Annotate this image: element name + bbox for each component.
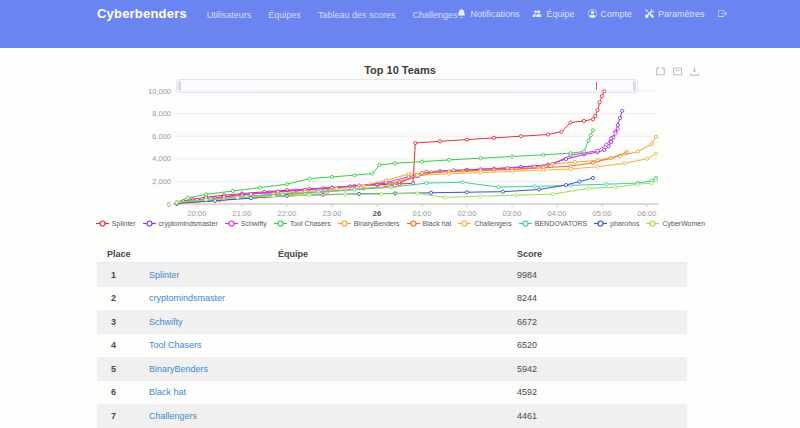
- brand-link[interactable]: Cyberbenders: [97, 6, 187, 21]
- legend-item-challengers[interactable]: Challengers: [457, 219, 511, 228]
- svg-text:05:00: 05:00: [593, 209, 612, 218]
- table-row: 7Challengers4461: [97, 404, 687, 428]
- nav-item-label: Notifications: [470, 9, 519, 19]
- svg-text:23:00: 23:00: [323, 209, 342, 218]
- nav-link-tableau-des-scores[interactable]: Tableau des scores: [318, 10, 396, 20]
- svg-text:6,000: 6,000: [152, 132, 171, 141]
- team-link-binarybenders[interactable]: BinaryBenders: [149, 364, 208, 374]
- logout-icon: [718, 9, 727, 18]
- svg-text:26: 26: [373, 209, 381, 218]
- series-cryptomindsmaster: [175, 109, 624, 205]
- svg-text:8,000: 8,000: [152, 109, 171, 118]
- legend-item-pharohos[interactable]: pharohos: [593, 219, 639, 228]
- toolbox-restore-icon[interactable]: [672, 66, 683, 77]
- cell-team: Tool Chasers: [147, 334, 439, 358]
- nav-item-equipe[interactable]: Équipe: [532, 9, 574, 19]
- nav-link-utilisateurs[interactable]: Utilisateurs: [207, 10, 252, 20]
- legend-label: Schwifty: [241, 220, 267, 227]
- table-row: 5BinaryBenders5942: [97, 357, 687, 381]
- legend-marker-icon: [593, 219, 608, 228]
- legend-label: Tool Chasers: [290, 220, 331, 227]
- legend-label: BinaryBenders: [354, 220, 400, 227]
- legend-label: Splinter: [112, 220, 136, 227]
- nav-link-equipes[interactable]: Équipes: [268, 10, 301, 20]
- legend-item-bendovators[interactable]: BENDOVATORS: [518, 219, 588, 228]
- svg-text:22:00: 22:00: [278, 209, 297, 218]
- cell-team: Challengers: [147, 404, 439, 428]
- nav-right: NotificationsÉquipeCompteParamètres: [457, 9, 726, 19]
- cell-score: 6672: [439, 310, 687, 334]
- svg-text:21:00: 21:00: [233, 209, 252, 218]
- nav-item-notifications[interactable]: Notifications: [457, 9, 519, 19]
- bell-icon: [457, 9, 466, 18]
- chart-toolbox: [655, 66, 700, 77]
- legend-item-cyberwomen[interactable]: CyberWomen: [645, 219, 705, 228]
- cell-place: 7: [97, 404, 147, 428]
- legend-marker-icon: [645, 219, 660, 228]
- header-place: Place: [97, 245, 147, 263]
- table-row: 4Tool Chasers6520: [97, 334, 687, 358]
- nav-links: UtilisateursÉquipesTableau des scoresCha…: [207, 10, 458, 20]
- team-link-challengers[interactable]: Challengers: [149, 411, 197, 421]
- team-link-schwifty[interactable]: Schwifty: [149, 317, 183, 327]
- navbar-inner: Cyberbenders UtilisateursÉquipesTableau …: [97, 6, 712, 21]
- svg-text:04:00: 04:00: [548, 209, 567, 218]
- cell-place: 3: [97, 310, 147, 334]
- toolbox-zoom-icon[interactable]: [655, 66, 666, 77]
- legend-item-black-hat[interactable]: Black hat: [406, 219, 452, 228]
- nav-item-label: Compte: [601, 9, 633, 19]
- cell-team: Schwifty: [147, 310, 439, 334]
- svg-text:0: 0: [167, 200, 171, 209]
- legend-item-binarybenders[interactable]: BinaryBenders: [337, 219, 400, 228]
- scoreboard-table: Place Équipe Score 1Splinter99842cryptom…: [97, 245, 687, 428]
- team-link-black-hat[interactable]: Black hat: [149, 387, 186, 397]
- svg-text:2,000: 2,000: [152, 177, 171, 186]
- header-equipe: Équipe: [147, 245, 439, 263]
- score-graph[interactable]: 02,0004,0006,0008,00010,00020:0021:0022:…: [140, 84, 672, 218]
- legend-marker-icon: [95, 219, 110, 228]
- svg-text:01:00: 01:00: [413, 209, 432, 218]
- team-link-splinter[interactable]: Splinter: [149, 270, 180, 280]
- nav-link-challenges[interactable]: Challenges: [412, 10, 457, 20]
- table-row: 1Splinter9984: [97, 263, 687, 287]
- cell-team: Black hat: [147, 381, 439, 405]
- team-link-tool-chasers[interactable]: Tool Chasers: [149, 340, 202, 350]
- cell-place: 2: [97, 287, 147, 311]
- legend-label: Black hat: [423, 220, 452, 227]
- cell-score: 5942: [439, 357, 687, 381]
- legend-item-splinter[interactable]: Splinter: [95, 219, 136, 228]
- nav-item-logout-icon[interactable]: [718, 9, 727, 18]
- cell-score: 6520: [439, 334, 687, 358]
- legend-marker-icon: [457, 219, 472, 228]
- table-header-row: Place Équipe Score: [97, 245, 687, 263]
- table-row: 2cryptomindsmaster8244: [97, 287, 687, 311]
- svg-text:02:00: 02:00: [458, 209, 477, 218]
- navbar: Cyberbenders UtilisateursÉquipesTableau …: [0, 0, 800, 48]
- svg-text:03:00: 03:00: [503, 209, 522, 218]
- legend-item-cryptomindsmaster[interactable]: cryptomindsmaster: [142, 219, 218, 228]
- cell-team: cryptomindsmaster: [147, 287, 439, 311]
- cell-team: BinaryBenders: [147, 357, 439, 381]
- cell-team: Splinter: [147, 263, 439, 287]
- legend-label: cryptomindsmaster: [159, 220, 218, 227]
- legend-marker-icon: [518, 219, 533, 228]
- team-link-cryptomindsmaster[interactable]: cryptomindsmaster: [149, 293, 225, 303]
- legend-marker-icon: [406, 219, 421, 228]
- cell-score: 9984: [439, 263, 687, 287]
- legend-marker-icon: [224, 219, 239, 228]
- cell-score: 4592: [439, 381, 687, 405]
- cell-place: 5: [97, 357, 147, 381]
- series-bendovators: [175, 176, 657, 204]
- legend-item-schwifty[interactable]: Schwifty: [224, 219, 267, 228]
- svg-text:06:00: 06:00: [638, 209, 657, 218]
- legend-item-tool-chasers[interactable]: Tool Chasers: [273, 219, 331, 228]
- users-icon: [532, 9, 542, 18]
- legend-marker-icon: [142, 219, 157, 228]
- nav-item-parametres[interactable]: Paramètres: [645, 9, 705, 19]
- nav-item-compte[interactable]: Compte: [588, 9, 633, 19]
- toolbox-save-image-icon[interactable]: [689, 66, 700, 77]
- cell-score: 4461: [439, 404, 687, 428]
- svg-text:20:00: 20:00: [188, 209, 207, 218]
- nav-item-label: Paramètres: [658, 9, 705, 19]
- legend-label: Challengers: [474, 220, 511, 227]
